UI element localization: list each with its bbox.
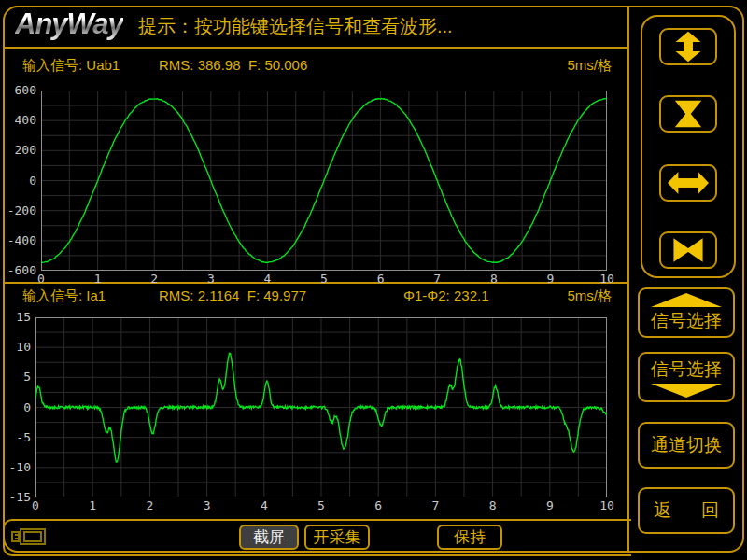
triangle-down-icon <box>651 384 722 398</box>
x-axis-tick-label: 2 <box>135 498 163 512</box>
horizontal-compress-button[interactable] <box>659 231 717 269</box>
chart2-phase-label: Φ1-Φ2: 232.1 <box>403 287 489 303</box>
panel-divider <box>627 7 629 551</box>
screenshot-button[interactable]: 截屏 <box>239 525 299 550</box>
y-axis-tick-label: 10 <box>0 340 31 354</box>
return-button[interactable]: 返 回 <box>638 487 735 534</box>
chart1-signal-label: 输入信号: Uab1 <box>22 57 120 75</box>
anyway-logo: AnyWay <box>15 7 123 41</box>
y-axis-tick-label: 5 <box>0 370 31 384</box>
x-axis-tick-label: 6 <box>367 272 395 286</box>
signal-select-up-label: 信号选择 <box>651 309 722 333</box>
y-axis-tick-label: -10 <box>0 460 31 474</box>
x-axis-tick-label: 4 <box>250 498 278 512</box>
x-axis-tick-label: 7 <box>423 272 451 286</box>
y-axis-tick-label: -400 <box>1 233 36 247</box>
horizontal-compress-icon <box>667 234 710 266</box>
y-axis-tick-label: -5 <box>0 430 31 444</box>
x-axis-tick-label: 7 <box>421 498 449 512</box>
x-axis-tick-label: 3 <box>193 498 221 512</box>
x-axis-tick-label: 6 <box>364 498 392 512</box>
topbar-separator <box>4 47 629 49</box>
chart2-timebase-label: 5ms/格 <box>518 287 612 305</box>
signal-select-down-button[interactable]: 信号选择 <box>638 352 735 402</box>
x-axis-tick-label: 9 <box>536 498 564 512</box>
vertical-expand-button[interactable] <box>659 28 717 65</box>
y-axis-tick-label: 400 <box>1 113 36 127</box>
signal-select-up-button[interactable]: 信号选择 <box>638 287 735 338</box>
return-label-right: 回 <box>701 498 719 523</box>
power-analyzer-screen: AnyWay 提示：按功能键选择信号和查看波形... 输入信号: Uab1 RM… <box>0 0 747 560</box>
start-capture-button[interactable]: 开采集 <box>304 525 370 550</box>
x-axis-tick-label: 9 <box>536 272 564 286</box>
x-axis-tick-label: 2 <box>140 272 168 286</box>
vertical-expand-icon <box>667 31 710 63</box>
vertical-compress-icon <box>667 98 710 130</box>
chart1-timebase-label: 5ms/格 <box>518 57 612 75</box>
zoom-button-group <box>641 15 736 278</box>
hint-text: 提示：按功能键选择信号和查看波形... <box>138 14 453 39</box>
x-axis-tick-label: 8 <box>479 498 507 512</box>
current-waveform-plot <box>35 317 607 497</box>
signal-select-down-label: 信号选择 <box>651 357 722 382</box>
x-axis-tick-label: 10 <box>593 498 621 512</box>
voltage-waveform-plot <box>41 91 607 271</box>
y-axis-tick-label: 15 <box>0 310 31 324</box>
return-label-left: 返 <box>654 498 671 523</box>
horizontal-expand-icon <box>667 167 710 199</box>
x-axis-tick-label: 1 <box>78 498 106 512</box>
x-axis-tick-label: 0 <box>27 272 55 286</box>
x-axis-tick-label: 10 <box>593 272 621 286</box>
channel-switch-button[interactable]: 通道切换 <box>638 422 735 469</box>
y-axis-tick-label: 0 <box>1 174 36 188</box>
chart1-rms-label: RMS: 386.98 F: 50.006 <box>159 57 307 73</box>
y-axis-tick-label: 600 <box>1 83 36 97</box>
x-axis-tick-label: 5 <box>307 498 335 512</box>
x-axis-tick-label: 4 <box>253 272 281 286</box>
channel-switch-label: 通道切换 <box>651 433 722 457</box>
x-axis-tick-label: 1 <box>84 272 112 286</box>
y-axis-tick-label: 200 <box>1 143 36 157</box>
x-axis-tick-label: 8 <box>480 272 508 286</box>
chart2-signal-label: 输入信号: Ia1 <box>22 287 106 305</box>
x-axis-tick-label: 5 <box>310 272 338 286</box>
y-axis-tick-label: 0 <box>0 400 31 414</box>
horizontal-expand-button[interactable] <box>659 164 717 202</box>
vertical-compress-button[interactable] <box>659 95 717 133</box>
triangle-up-icon <box>651 293 722 307</box>
battery-icon <box>9 526 49 547</box>
x-axis-tick-label: 3 <box>197 272 225 286</box>
hold-button[interactable]: 保持 <box>437 525 502 550</box>
chart2-rms-label: RMS: 2.1164 F: 49.977 <box>159 287 306 303</box>
x-axis-tick-label: 0 <box>21 498 49 512</box>
y-axis-tick-label: -200 <box>1 203 36 217</box>
